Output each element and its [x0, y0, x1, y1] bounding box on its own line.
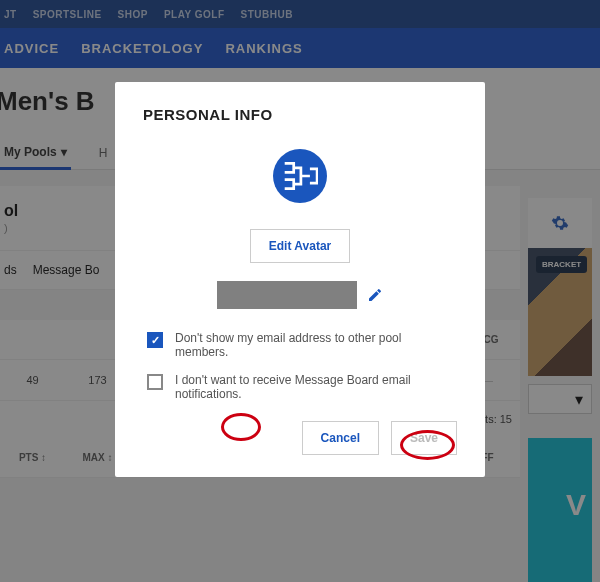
modal-title: PERSONAL INFO [143, 106, 457, 123]
cancel-button[interactable]: Cancel [302, 421, 379, 455]
edit-avatar-button[interactable]: Edit Avatar [250, 229, 350, 263]
option-label: Don't show my email address to other poo… [175, 331, 457, 359]
save-button[interactable]: Save [391, 421, 457, 455]
option-label: I don't want to receive Message Board em… [175, 373, 457, 401]
personal-info-modal: PERSONAL INFO Edit Avatar Don't show my … [115, 82, 485, 477]
checkbox-unchecked[interactable] [147, 374, 163, 390]
modal-overlay: PERSONAL INFO Edit Avatar Don't show my … [0, 0, 600, 582]
hide-email-option[interactable]: Don't show my email address to other poo… [143, 331, 457, 359]
modal-actions: Cancel Save [143, 421, 457, 455]
bracket-icon [282, 158, 318, 194]
no-message-board-email-option[interactable]: I don't want to receive Message Board em… [143, 373, 457, 401]
checkbox-checked[interactable] [147, 332, 163, 348]
avatar [273, 149, 327, 203]
display-name-redacted [217, 281, 357, 309]
pencil-icon[interactable] [367, 287, 383, 303]
display-name-row [143, 281, 457, 309]
